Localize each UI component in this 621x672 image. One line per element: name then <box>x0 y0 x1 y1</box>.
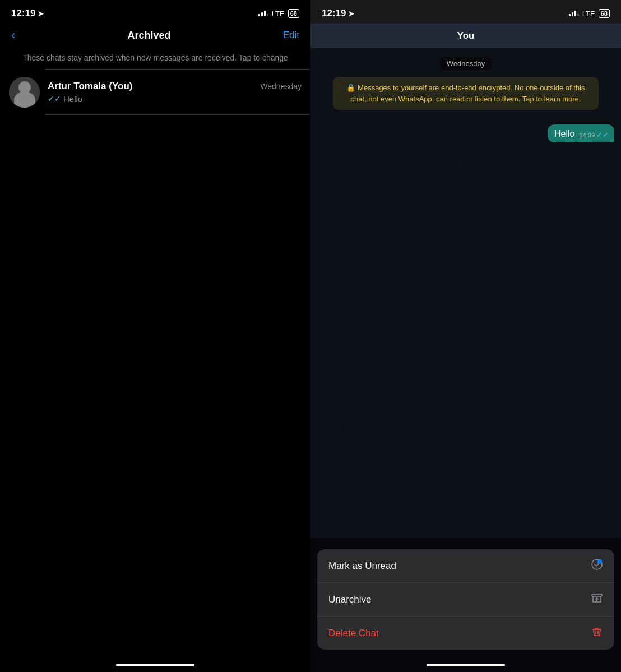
chat-list-item-artur[interactable]: Artur Tomala (You) Wednesday ✓✓ Hello <box>0 70 310 114</box>
message-hello[interactable]: Hello 14:09 ✓✓ <box>548 124 614 142</box>
delete-chat-label: Delete Chat <box>328 628 379 639</box>
day-label-container: Wednesday <box>310 57 621 70</box>
context-item-unarchive[interactable]: Unarchive <box>317 583 614 617</box>
chat-title: You <box>457 30 475 41</box>
location-icon-right: ➤ <box>348 10 354 18</box>
encryption-notice[interactable]: 🔒 Messages to yourself are end-to-end en… <box>333 77 599 110</box>
mark-unread-label: Mark as Unread <box>328 560 396 572</box>
double-check-icon: ✓✓ <box>48 94 61 103</box>
status-bar-left: 12:19 ➤ LTE 68 <box>0 0 310 24</box>
signal-bars-right <box>569 11 579 16</box>
signal-dot-4 <box>267 14 268 16</box>
archive-title: Archived <box>128 30 171 41</box>
unarchive-label: Unarchive <box>328 594 372 605</box>
signal-dot-r1 <box>569 14 571 16</box>
signal-dot-3 <box>264 11 266 16</box>
signal-dot-1 <box>258 14 260 16</box>
mark-unread-icon <box>591 558 603 573</box>
battery-left: 68 <box>288 9 299 18</box>
message-meta: 14:09 ✓✓ <box>579 131 609 139</box>
signal-dot-r2 <box>572 12 573 16</box>
right-status-icons: LTE 68 <box>569 9 610 18</box>
signal-bars-left <box>258 11 268 16</box>
edit-button[interactable]: Edit <box>283 30 299 41</box>
signal-dot-r3 <box>574 11 576 16</box>
divider-bottom <box>45 114 310 115</box>
svg-rect-2 <box>592 594 602 596</box>
home-indicator-right <box>427 664 505 666</box>
trash-icon <box>591 625 603 641</box>
back-button[interactable]: ‹ <box>11 28 15 43</box>
chat-time: Wednesday <box>260 82 302 91</box>
archive-notice: These chats stay archived when new messa… <box>0 47 310 69</box>
home-indicator-left <box>116 664 194 666</box>
message-time: 14:09 <box>579 132 595 138</box>
chat-name: Artur Tomala (You) <box>48 81 132 92</box>
status-icons-right: LTE 68 <box>258 9 299 18</box>
lte-label-left: LTE <box>272 10 285 18</box>
unarchive-icon <box>591 592 603 607</box>
time-left: 12:19 ➤ <box>11 8 44 19</box>
right-panel: 12:19 ➤ LTE 68 You 😊 🎵 📷 ❤️ 🏀 <box>310 0 621 672</box>
time-display-left: 12:19 <box>11 8 35 19</box>
message-text: Hello <box>554 129 574 139</box>
signal-dot-2 <box>261 12 263 16</box>
chat-preview-text: Hello <box>63 94 82 104</box>
location-icon-left: ➤ <box>38 10 44 18</box>
context-item-mark-unread[interactable]: Mark as Unread <box>317 549 614 583</box>
time-right: 12:19 ➤ <box>322 8 354 19</box>
lte-label-right: LTE <box>582 10 595 18</box>
chat-name-row: Artur Tomala (You) Wednesday <box>48 81 302 92</box>
context-item-delete[interactable]: Delete Chat <box>317 617 614 650</box>
context-menu: Mark as Unread Unarchive <box>317 549 614 650</box>
chat-preview-row: ✓✓ Hello <box>48 94 302 104</box>
read-receipt-icon: ✓✓ <box>596 131 609 139</box>
chat-header[interactable]: You <box>310 24 621 48</box>
day-badge: Wednesday <box>440 57 492 70</box>
avatar-artur <box>9 77 40 108</box>
signal-dot-r4 <box>577 14 579 16</box>
context-menu-overlay: Mark as Unread Unarchive <box>310 538 621 672</box>
battery-right: 68 <box>599 9 610 18</box>
encryption-text: 🔒 Messages to yourself are end-to-end en… <box>346 84 585 103</box>
svg-point-1 <box>597 559 602 564</box>
status-bar-right: 12:19 ➤ LTE 68 <box>310 0 621 24</box>
left-panel: 12:19 ➤ LTE 68 ‹ Archived Edit These cha… <box>0 0 310 672</box>
avatar-image <box>9 77 40 108</box>
nav-bar-left: ‹ Archived Edit <box>0 24 310 47</box>
chat-info-artur: Artur Tomala (You) Wednesday ✓✓ Hello <box>48 81 302 104</box>
time-display-right: 12:19 <box>322 8 346 19</box>
